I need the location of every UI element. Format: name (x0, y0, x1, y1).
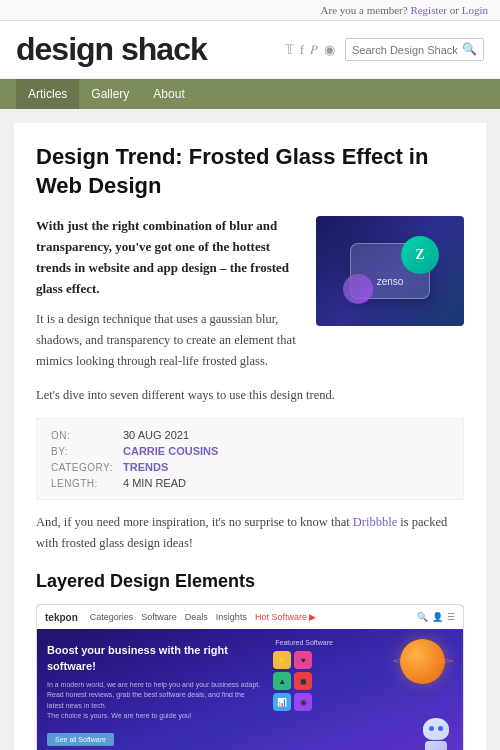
meta-length-value: 4 MIN READ (123, 477, 186, 489)
screenshot-nav-software: Software (141, 612, 177, 622)
meta-box: ON: 30 AUG 2021 BY: CARRIE COUSINS CATEG… (36, 418, 464, 500)
topbar-or: or (450, 4, 459, 16)
robot-body (425, 741, 447, 750)
meta-category-value: TRENDS (123, 461, 168, 473)
meta-by-row: BY: CARRIE COUSINS (51, 445, 449, 457)
logo[interactable]: design shack (16, 31, 207, 68)
screenshot-hero-body: In a modern world, we are here to help y… (47, 680, 261, 722)
meta-length-row: LENGTH: 4 MIN READ (51, 477, 449, 489)
purple-circle (343, 274, 373, 304)
screenshot-body: Boost your business with the right softw… (37, 629, 463, 750)
para3-prefix: And, if you need more inspiration, it's … (36, 515, 350, 529)
screenshot-search-icon: 🔍 (417, 612, 428, 622)
twitter-icon[interactable]: 𝕋 (285, 42, 294, 58)
screenshot-user-icon: 👤 (432, 612, 443, 622)
main-content: Design Trend: Frosted Glass Effect in We… (14, 123, 486, 750)
header-right: 𝕋 f 𝑃 ◉ 🔍 (285, 38, 484, 61)
logo-part2: shack (121, 31, 207, 67)
meta-by-value: CARRIE COUSINS (123, 445, 218, 457)
intro-body: It is a design technique that uses a gau… (36, 309, 302, 371)
screenshot-nav-icons: 🔍 👤 ☰ (417, 612, 455, 622)
rss-icon[interactable]: ◉ (324, 42, 335, 58)
dribbble-link[interactable]: Dribbble (353, 515, 397, 529)
para2: Let's dive into seven different ways to … (36, 385, 464, 406)
meta-by-label: BY: (51, 445, 123, 457)
app-icon-5: 📊 (273, 693, 291, 711)
app-icon-2: ♥ (294, 651, 312, 669)
screenshot-nav-hot: Hot Software ▶ (255, 612, 317, 622)
nav-gallery[interactable]: Gallery (79, 79, 141, 109)
nav-about[interactable]: About (141, 79, 196, 109)
pinterest-icon[interactable]: 𝑃 (310, 42, 318, 58)
nav-articles[interactable]: Articles (16, 79, 79, 109)
logo-part1: design (16, 31, 113, 67)
screenshot-nav-insights: Insights (216, 612, 247, 622)
login-link[interactable]: Login (462, 4, 488, 16)
intro-section: With just the right combination of blur … (36, 216, 464, 371)
hero-image: Z zenso (316, 216, 464, 326)
meta-on-label: ON: (51, 429, 123, 441)
glass-card: Z zenso (350, 243, 430, 299)
screenshot-left: Boost your business with the right softw… (37, 629, 271, 750)
nav: Articles Gallery About (0, 79, 500, 109)
register-link[interactable]: Register (410, 4, 447, 16)
social-icons: 𝕋 f 𝑃 ◉ (285, 42, 335, 58)
meta-on-value: 30 AUG 2021 (123, 429, 189, 441)
facebook-icon[interactable]: f (300, 42, 304, 58)
screenshot-nav-categories: Categories (90, 612, 134, 622)
featured-label: Featured Software (275, 639, 333, 646)
meta-length-label: LENGTH: (51, 477, 123, 489)
section-heading: Layered Design Elements (36, 571, 464, 592)
app-icon-4: ◼ (294, 672, 312, 690)
screenshot-nav: tekpon Categories Software Deals Insight… (37, 605, 463, 629)
meta-category-row: CATEGORY: TRENDS (51, 461, 449, 473)
meta-category-label: CATEGORY: (51, 461, 123, 473)
intro-lead: With just the right combination of blur … (36, 216, 302, 299)
top-bar: Are you a member? Register or Login (0, 0, 500, 21)
search-icon[interactable]: 🔍 (462, 42, 477, 57)
search-box: 🔍 (345, 38, 484, 61)
screenshot-nav-deals: Deals (185, 612, 208, 622)
screenshot-logo: tekpon (45, 612, 78, 623)
glass-card-text: zenso (377, 276, 404, 287)
search-input[interactable] (352, 44, 462, 56)
para3: And, if you need more inspiration, it's … (36, 512, 464, 553)
robot-eye-right (438, 726, 443, 731)
app-icon-3: ▲ (273, 672, 291, 690)
website-screenshot: tekpon Categories Software Deals Insight… (36, 604, 464, 750)
screenshot-right: Featured Software ⚡ ♥ ▲ ◼ 📊 ◉ (271, 629, 463, 750)
intro-text: With just the right combination of blur … (36, 216, 302, 371)
app-icon-6: ◉ (294, 693, 312, 711)
article-title: Design Trend: Frosted Glass Effect in We… (36, 143, 464, 200)
robot-figure (417, 718, 455, 750)
topbar-question: Are you a member? (321, 4, 408, 16)
robot-head (423, 718, 449, 740)
screenshot-cta[interactable]: See all Software (47, 733, 114, 746)
meta-on-row: ON: 30 AUG 2021 (51, 429, 449, 441)
header: design shack 𝕋 f 𝑃 ◉ 🔍 (0, 21, 500, 79)
app-icon-1: ⚡ (273, 651, 291, 669)
screenshot-list-icon: ☰ (447, 612, 455, 622)
teal-circle: Z (401, 236, 439, 274)
screenshot-hero-title: Boost your business with the right softw… (47, 643, 261, 674)
robot-eye-left (429, 726, 434, 731)
app-icons-grid: ⚡ ♥ ▲ ◼ 📊 ◉ (273, 651, 312, 711)
